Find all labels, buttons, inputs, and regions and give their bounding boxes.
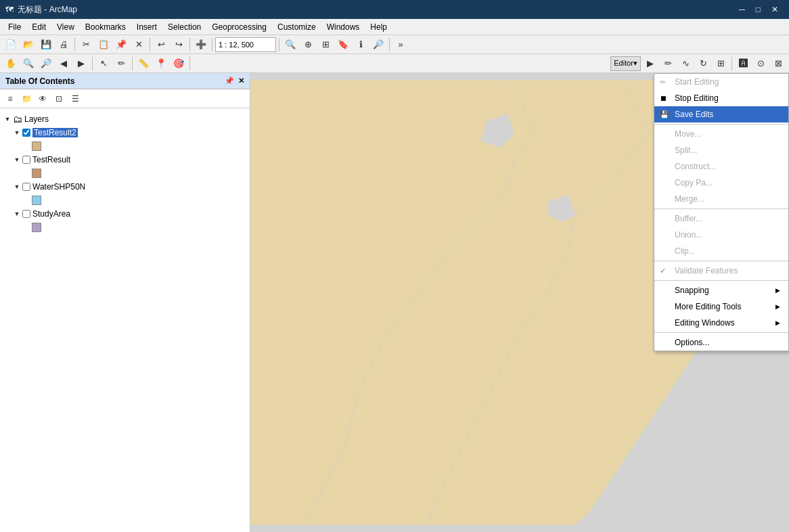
menu-union[interactable]: Union...: [654, 227, 788, 243]
app-title: 无标题 - ArcMap: [18, 4, 77, 16]
menu-selection[interactable]: Selection: [162, 21, 206, 33]
scale-input[interactable]: [215, 37, 276, 52]
zoom-out-btn[interactable]: 🔎: [38, 56, 54, 72]
paste-btn[interactable]: 📌: [113, 37, 129, 53]
zoom-next[interactable]: ▶: [73, 56, 89, 72]
save-edits-icon: 💾: [660, 110, 669, 119]
menu-sep4: [654, 280, 788, 281]
app-icon: 🗺: [5, 5, 14, 14]
identify-btn[interactable]: ℹ: [353, 37, 369, 53]
menu-snapping[interactable]: Snapping ▶: [654, 282, 788, 298]
layer-testresult-row[interactable]: ▼ TestResult: [12, 153, 247, 167]
select-btn[interactable]: ↖: [95, 56, 112, 72]
menu-windows[interactable]: Windows: [321, 21, 365, 33]
open-btn[interactable]: 📂: [20, 37, 37, 53]
toc-close-btn[interactable]: ✕: [238, 76, 244, 85]
new-btn[interactable]: 📄: [3, 37, 19, 53]
sep3: [189, 38, 190, 51]
menu-move[interactable]: Move...: [654, 126, 788, 142]
toc-select-btn[interactable]: ⊡: [51, 91, 66, 106]
testresult2-expand[interactable]: ▼: [14, 129, 20, 136]
menu-split[interactable]: Split...: [654, 142, 788, 158]
testresult2-checkbox[interactable]: [22, 129, 30, 137]
layer-testresult-group: ▼ TestResult: [12, 153, 247, 180]
toc-list-btn[interactable]: ≡: [3, 91, 18, 106]
delete-btn[interactable]: ✕: [131, 37, 147, 53]
reshape-tool[interactable]: ∿: [677, 56, 694, 72]
menu-more-editing-tools[interactable]: More Editing Tools ▶: [654, 298, 788, 315]
snap-btn[interactable]: ⊙: [752, 56, 769, 72]
toc-source-btn[interactable]: 📁: [19, 91, 34, 106]
testresult2-swatch-row: [22, 139, 247, 153]
studyarea-expand[interactable]: ▼: [14, 210, 20, 217]
go-to-xy[interactable]: 🎯: [171, 56, 187, 72]
rotate-tool[interactable]: ↻: [695, 56, 711, 72]
sketch-tool[interactable]: ✏: [660, 56, 676, 72]
zoom-prev[interactable]: ◀: [55, 56, 72, 72]
map-area[interactable]: ✏ Start Editing ⏹ Stop Editing 💾 Save Ed…: [250, 73, 789, 532]
menu-edit[interactable]: Edit: [26, 21, 51, 33]
bookmark-btn[interactable]: 🔖: [335, 37, 351, 53]
menu-stop-editing[interactable]: ⏹ Stop Editing: [654, 90, 788, 106]
toc-options-btn[interactable]: ☰: [68, 91, 83, 106]
menu-customize[interactable]: Customize: [272, 21, 321, 33]
save-btn[interactable]: 💾: [38, 37, 54, 53]
menu-options[interactable]: Options...: [654, 334, 788, 351]
menu-construct[interactable]: Construct...: [654, 158, 788, 175]
sep10: [731, 57, 732, 70]
measure-btn[interactable]: 📏: [135, 56, 152, 72]
menu-validate[interactable]: ✔ Validate Features: [654, 263, 788, 279]
menu-bookmarks[interactable]: Bookmarks: [80, 21, 131, 33]
layers-expand[interactable]: ▼: [4, 116, 11, 123]
testresult-checkbox[interactable]: [22, 156, 30, 164]
zoom-sel[interactable]: ⊕: [300, 37, 316, 53]
add-data-btn[interactable]: ➕: [193, 37, 209, 53]
menu-start-editing[interactable]: ✏ Start Editing: [654, 74, 788, 90]
menu-insert[interactable]: Insert: [131, 21, 162, 33]
layer-testresult2-row[interactable]: ▼ TestResult2: [12, 126, 247, 139]
watershp-expand[interactable]: ▼: [14, 183, 20, 190]
menu-file[interactable]: File: [3, 21, 26, 33]
menu-merge[interactable]: Merge...: [654, 191, 788, 207]
menu-buffer[interactable]: Buffer...: [654, 210, 788, 227]
menu-editing-windows[interactable]: Editing Windows ▶: [654, 315, 788, 331]
layer-studyarea-row[interactable]: ▼ StudyArea: [12, 207, 247, 221]
attrib-btn[interactable]: 🅰: [735, 56, 751, 72]
edit-tool-btn[interactable]: ▶: [642, 56, 658, 72]
print-btn[interactable]: 🖨: [55, 37, 72, 53]
toc-toolbar: ≡ 📁 👁 ⊡ ☰: [0, 89, 250, 108]
layer-watershp-row[interactable]: ▼ WaterSHP50N: [12, 180, 247, 194]
edit-features[interactable]: ✏: [113, 56, 129, 72]
watershp-checkbox[interactable]: [22, 183, 30, 191]
start-editing-icon: ✏: [660, 78, 666, 87]
cut-btn[interactable]: ✂: [78, 37, 94, 53]
toc-visibility-btn[interactable]: 👁: [35, 91, 50, 106]
more-btn[interactable]: »: [392, 37, 409, 53]
find-btn[interactable]: 🔎: [370, 37, 386, 53]
studyarea-checkbox[interactable]: [22, 210, 30, 218]
pan-btn[interactable]: ✋: [3, 56, 19, 72]
menu-save-edits[interactable]: 💾 Save Edits 💾 Save Edits Save all edits…: [654, 106, 788, 123]
toc-pin-btn[interactable]: 📌: [225, 76, 234, 85]
menu-clip[interactable]: Clip...: [654, 243, 788, 259]
window-maximize[interactable]: □: [750, 5, 766, 14]
menu-bar: File Edit View Bookmarks Insert Selectio…: [0, 19, 789, 35]
zoom-full[interactable]: 🔍: [282, 37, 298, 53]
topology-btn[interactable]: ⊞: [713, 56, 729, 72]
menu-geoprocessing[interactable]: Geoprocessing: [206, 21, 272, 33]
menu-copy-parallel[interactable]: Copy Pa...: [654, 175, 788, 191]
zoom-layer[interactable]: ⊞: [317, 37, 334, 53]
fix-topology[interactable]: ⊠: [770, 56, 786, 72]
undo-btn[interactable]: ↩: [153, 37, 169, 53]
editor-dropdown-btn[interactable]: Editor▾: [610, 56, 641, 71]
zoom-in-btn[interactable]: 🔍: [20, 56, 37, 72]
window-close[interactable]: ✕: [766, 5, 784, 14]
testresult-expand[interactable]: ▼: [14, 156, 20, 163]
coords-btn[interactable]: 📍: [153, 56, 169, 72]
window-minimize[interactable]: ─: [734, 5, 750, 14]
redo-btn[interactable]: ↪: [171, 37, 187, 53]
menu-view[interactable]: View: [51, 21, 80, 33]
copy-btn[interactable]: 📋: [95, 37, 112, 53]
more-tools-submenu-arrow: ▶: [775, 303, 780, 310]
menu-help[interactable]: Help: [365, 21, 392, 33]
